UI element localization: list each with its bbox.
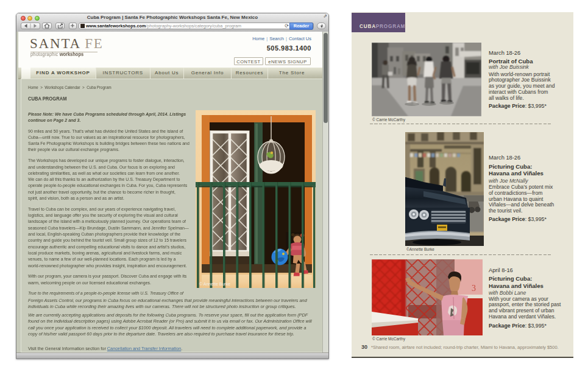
svg-text:© Annette Burke: © Annette Burke (199, 282, 230, 286)
svg-text:3: 3 (472, 284, 476, 293)
